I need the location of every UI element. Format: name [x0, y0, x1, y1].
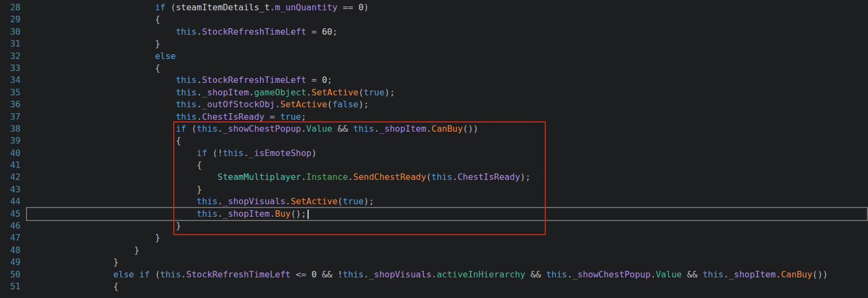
- code-token: (: [165, 2, 175, 12]
- code-token: );: [520, 172, 531, 182]
- code-line[interactable]: 30 this.StockRefreshTimeLeft = 60;: [0, 26, 868, 38]
- code-token: else: [155, 51, 176, 61]
- line-number[interactable]: 44: [0, 196, 21, 208]
- code-token: ()): [812, 269, 828, 280]
- code-token: );: [384, 87, 395, 98]
- code-token: );: [358, 99, 369, 109]
- code-token: StockRefreshTimeLeft: [202, 27, 306, 37]
- code-token: {: [155, 63, 160, 73]
- code-token: 60: [322, 27, 332, 37]
- code-token: =: [306, 75, 322, 85]
- code-token: {: [155, 14, 160, 24]
- code-token: .: [452, 172, 458, 182]
- code-line[interactable]: 40 if (!this._isEmoteShop): [0, 147, 868, 159]
- line-number[interactable]: 40: [0, 147, 21, 159]
- line-number[interactable]: 45: [0, 208, 21, 220]
- code-token: .: [348, 172, 354, 182]
- line-number[interactable]: 36: [0, 99, 21, 111]
- code-token: if: [197, 148, 207, 158]
- code-text: {: [30, 135, 181, 147]
- code-line[interactable]: 41 {: [0, 159, 868, 171]
- line-number[interactable]: 39: [0, 135, 21, 147]
- line-number[interactable]: 41: [0, 159, 21, 171]
- code-area[interactable]: 28 if (steamItemDetails_t.m_unQuantity =…: [0, 0, 868, 293]
- code-token: this: [197, 124, 218, 134]
- line-number[interactable]: 29: [0, 14, 21, 25]
- code-line[interactable]: 32 else: [0, 50, 868, 62]
- code-token: false: [332, 99, 358, 109]
- line-number[interactable]: 34: [0, 74, 21, 86]
- code-token: <=: [291, 269, 312, 280]
- code-token: _showChestPopup: [572, 269, 651, 280]
- code-token: Value: [306, 124, 332, 134]
- line-number[interactable]: 42: [0, 171, 21, 183]
- line-number[interactable]: 43: [0, 184, 21, 196]
- line-number[interactable]: 50: [0, 269, 21, 281]
- code-token: {: [113, 281, 119, 291]
- line-number[interactable]: 32: [0, 50, 21, 62]
- line-number[interactable]: 38: [0, 123, 21, 135]
- code-token: 0: [311, 269, 317, 280]
- line-number[interactable]: 47: [0, 232, 21, 244]
- code-token: (!: [207, 148, 223, 158]
- code-token: _isEmoteShop: [249, 148, 312, 158]
- code-line[interactable]: 35 this._shopItem.gameObject.SetActive(t…: [0, 87, 868, 99]
- code-token: 0: [322, 75, 327, 85]
- code-line[interactable]: 46 }: [0, 220, 868, 232]
- code-line[interactable]: 50 else if (this.StockRefreshTimeLeft <=…: [0, 269, 868, 281]
- code-token: _shopItem: [379, 124, 426, 134]
- code-token: }: [197, 184, 202, 195]
- code-token: StockRefreshTimeLeft: [202, 75, 306, 85]
- code-token: .: [275, 99, 280, 109]
- code-token: SteamMultiplayer: [218, 172, 301, 182]
- code-token: [134, 269, 140, 280]
- code-line[interactable]: 39 {: [0, 135, 868, 147]
- line-number[interactable]: 37: [0, 111, 21, 123]
- code-line[interactable]: 33 {: [0, 62, 868, 74]
- code-token: );: [364, 196, 374, 206]
- code-line[interactable]: 36 this._outOfStockObj.SetActive(false);: [0, 99, 868, 111]
- line-number[interactable]: 51: [0, 281, 21, 293]
- code-token: SetActive: [280, 99, 327, 109]
- code-token: =: [264, 112, 280, 122]
- code-token: ();: [291, 209, 306, 219]
- line-number[interactable]: 28: [0, 2, 21, 14]
- code-token: if: [176, 124, 186, 134]
- code-token: .: [218, 196, 223, 206]
- code-line[interactable]: 44 this._shopVisuals.SetActive(true);: [0, 196, 868, 208]
- code-line[interactable]: 37 this.ChestIsReady = true;: [0, 111, 868, 123]
- code-line[interactable]: 48 }: [0, 244, 868, 256]
- code-line[interactable]: 38 if (this._showChestPopup.Value && thi…: [0, 123, 868, 135]
- line-number[interactable]: 31: [0, 38, 21, 50]
- code-line[interactable]: 42 SteamMultiplayer.Instance.SendChestRe…: [0, 171, 868, 183]
- line-number[interactable]: 33: [0, 62, 21, 74]
- line-number[interactable]: 48: [0, 244, 21, 256]
- line-number[interactable]: 35: [0, 87, 21, 99]
- code-token: .: [432, 269, 437, 280]
- code-token: 0: [358, 2, 364, 12]
- code-line[interactable]: 43 }: [0, 184, 868, 196]
- code-token: (: [337, 196, 343, 206]
- code-text: }: [30, 184, 202, 196]
- code-line[interactable]: 28 if (steamItemDetails_t.m_unQuantity =…: [0, 2, 868, 14]
- code-line[interactable]: 51 {: [0, 281, 868, 293]
- code-token: this: [176, 99, 197, 109]
- code-token: ;: [301, 112, 306, 122]
- code-text: if (steamItemDetails_t.m_unQuantity == 0…: [30, 2, 369, 14]
- code-line[interactable]: 31 }: [0, 38, 868, 50]
- code-line[interactable]: 47 }: [0, 232, 868, 244]
- code-line[interactable]: 34 this.StockRefreshTimeLeft = 0;: [0, 74, 868, 86]
- code-token: .: [374, 124, 380, 134]
- line-number[interactable]: 30: [0, 26, 21, 38]
- code-token: this: [343, 269, 364, 280]
- line-number[interactable]: 49: [0, 256, 21, 268]
- line-number[interactable]: 46: [0, 220, 21, 232]
- code-line[interactable]: 29 {: [0, 14, 868, 25]
- code-line[interactable]: 45 this._shopItem.Buy();: [0, 208, 868, 220]
- code-token: CanBuy: [432, 124, 463, 134]
- code-text: {: [30, 281, 119, 293]
- code-line[interactable]: 49 }: [0, 256, 868, 268]
- code-token: .: [197, 99, 202, 109]
- code-token: .: [426, 124, 432, 134]
- code-token: .: [270, 2, 275, 12]
